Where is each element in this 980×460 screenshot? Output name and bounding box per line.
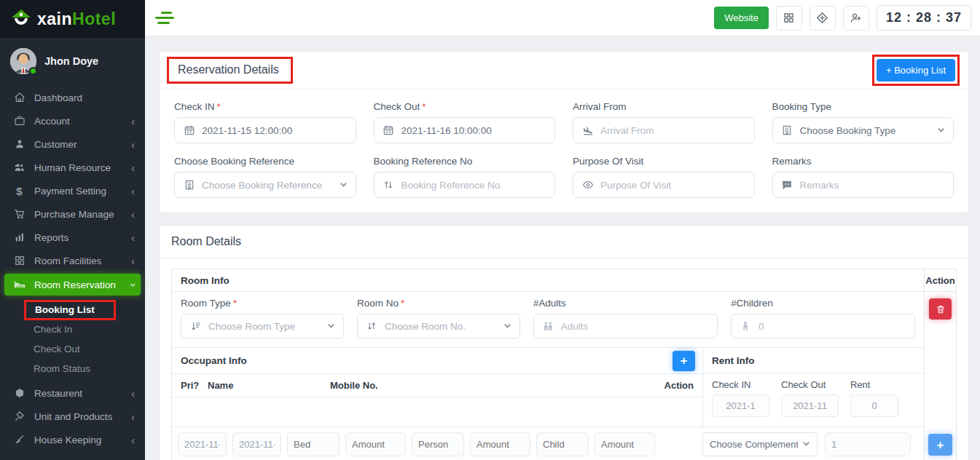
rent-check-out-input[interactable] [781, 394, 839, 417]
children-field[interactable] [731, 314, 915, 338]
room-reservation-submenu: Booking List Check In Check Out Room Sta… [0, 297, 145, 381]
brand-logo[interactable]: xainHotel [0, 0, 145, 38]
apps-grid-button[interactable] [776, 6, 802, 31]
room-type-select[interactable]: Choose Room Type [181, 314, 344, 338]
sidebar-item-customer[interactable]: Customer ‹ [0, 132, 145, 156]
chevron-left-icon: ‹ [131, 411, 135, 422]
child-amount-input[interactable] [595, 432, 655, 456]
rent-date-from-input[interactable] [178, 432, 227, 456]
rent-check-in-input[interactable] [712, 394, 769, 417]
arrival-from-input[interactable] [600, 125, 746, 136]
broom-icon [13, 434, 26, 446]
booking-reference-select[interactable]: Choose Booking Reference [174, 172, 356, 198]
check-out-field[interactable] [374, 117, 556, 143]
sidebar-item-dashboard[interactable]: Dashboard [0, 86, 145, 109]
room-table: Room Info Room Type* Choose Room Type Ro… [171, 269, 957, 460]
action-header: Action [925, 269, 956, 292]
compass-button[interactable] [810, 6, 836, 31]
person-amount-input[interactable] [470, 432, 530, 456]
submenu-booking-list[interactable]: Booking List [0, 300, 145, 320]
add-user-button[interactable] [843, 6, 869, 31]
child-input[interactable] [536, 432, 589, 456]
building-icon [781, 124, 793, 137]
adults-icon [542, 320, 554, 333]
sidebar-item-reports[interactable]: Reports ‹ [0, 226, 145, 249]
booking-type-label: Booking Type [772, 101, 954, 112]
user-profile[interactable]: Jhon Doye [0, 38, 145, 82]
room-no-select[interactable]: Choose Room No. [357, 314, 520, 338]
sidebar-item-room-reservation[interactable]: Room Reservation ‹ [4, 274, 141, 296]
rent-info-title: Rent Info [712, 355, 755, 366]
sidebar-item-unit-and-products[interactable]: Unit and Products ‹ [0, 405, 145, 428]
sidebar-item-pool-booking[interactable]: ≈ Pool Booking ‹ [0, 451, 145, 460]
add-user-icon [850, 12, 862, 24]
remarks-label: Remarks [772, 156, 954, 167]
occupant-col-name: Name [208, 380, 330, 391]
occupant-pane: Occupant Info + Pri? Name Mobile No. Act… [172, 347, 702, 427]
add-rent-row-button[interactable]: + [928, 434, 952, 456]
person-input[interactable] [412, 432, 464, 456]
qty-input[interactable] [825, 432, 911, 456]
cart-icon [13, 208, 26, 221]
purpose-of-visit-input[interactable] [600, 180, 746, 191]
sidebar-item-human-resource[interactable]: Human Resource ‹ [0, 156, 145, 179]
main-content: Reservation Details + Booking List Check… [145, 36, 980, 460]
check-in-field[interactable] [174, 117, 356, 143]
submenu-check-out[interactable]: Check Out [0, 339, 145, 359]
complementary-select[interactable]: Choose Complementary [702, 432, 818, 456]
calendar-icon [383, 124, 395, 137]
calendar-icon [183, 124, 195, 137]
bar-chart-icon [13, 231, 26, 244]
adults-input[interactable] [561, 321, 709, 332]
action-column: Action + [924, 269, 956, 460]
chevron-left-icon: ‹ [131, 435, 135, 445]
hexagon-icon [13, 387, 26, 400]
sidebar-item-purchase-manage[interactable]: Purchase Manage ‹ [0, 202, 145, 226]
bed-input[interactable] [287, 432, 340, 456]
sidebar: xainHotel Jhon Doye Dashboard Account ‹ [0, 0, 145, 460]
check-out-input[interactable] [401, 125, 547, 136]
remarks-field[interactable] [772, 172, 954, 198]
website-button[interactable]: Website [714, 7, 769, 29]
purpose-of-visit-field[interactable] [573, 172, 755, 198]
purpose-of-visit-label: Purpose Of Visit [573, 156, 755, 167]
adults-field[interactable] [533, 314, 718, 338]
sidebar-item-house-keeping[interactable]: House Keeping ‹ [0, 428, 145, 451]
add-occupant-button[interactable]: + [673, 351, 695, 371]
delete-room-button[interactable] [929, 298, 952, 320]
rent-entry-row: Choose Complementary [172, 427, 924, 460]
booking-reference-label: Choose Booking Reference [174, 156, 356, 167]
room-type-label: Room Type* [181, 298, 344, 309]
booking-reference-no-label: Booking Reference No [374, 156, 556, 167]
rent-date-to-input[interactable] [232, 432, 281, 456]
bed-amount-input[interactable] [345, 432, 406, 456]
building-icon [183, 179, 195, 191]
waves-icon: ≈ [13, 457, 26, 460]
occupant-col-mobile: Mobile No. [330, 380, 665, 391]
sidebar-item-payment-setting[interactable]: $ Payment Setting ‹ [0, 179, 145, 202]
arrival-from-field[interactable] [573, 117, 755, 143]
submenu-check-in[interactable]: Check In [0, 320, 145, 339]
reservation-title: Reservation Details [178, 63, 279, 76]
sidebar-nav: Dashboard Account ‹ Customer ‹ Human Res… [0, 82, 145, 460]
booking-reference-no-field[interactable] [374, 172, 556, 198]
booking-type-select[interactable]: Choose Booking Type [772, 117, 954, 143]
check-in-label: Check IN* [174, 101, 356, 112]
children-input[interactable] [758, 321, 906, 332]
check-in-input[interactable] [202, 125, 348, 136]
eye-icon [581, 179, 594, 191]
home-icon [13, 92, 26, 104]
booking-list-button[interactable]: + Booking List [877, 59, 955, 82]
remarks-input[interactable] [800, 180, 946, 191]
sort-amount-icon [189, 320, 202, 333]
menu-toggle-icon[interactable] [155, 12, 174, 24]
submenu-room-status[interactable]: Room Status [0, 359, 145, 378]
child-icon [740, 320, 752, 333]
sidebar-item-restaurent[interactable]: Restaurent ‹ [0, 381, 145, 405]
occupant-table-headers: Pri? Name Mobile No. Action [172, 373, 702, 397]
sidebar-item-account[interactable]: Account ‹ [0, 109, 145, 132]
booking-reference-no-input[interactable] [401, 180, 547, 191]
rent-amount-input[interactable] [850, 394, 898, 417]
sidebar-item-room-facilities[interactable]: Room Facilities ‹ [0, 249, 145, 272]
chevron-down-icon [802, 439, 810, 450]
